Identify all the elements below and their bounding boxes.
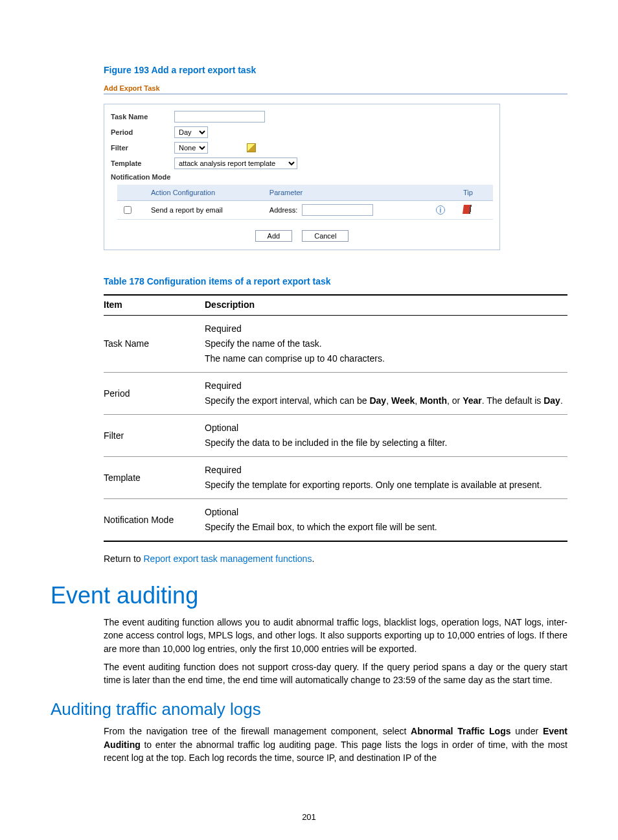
table-title: Table 178 Configuration items of a repor… bbox=[104, 276, 567, 286]
label-period: Period bbox=[111, 128, 174, 136]
form-card: Task Name Period Day Filter None bbox=[104, 104, 500, 250]
row-checkbox[interactable] bbox=[124, 206, 132, 214]
cell-desc: OptionalSpecify the Email box, to which … bbox=[205, 499, 567, 542]
address-input[interactable] bbox=[302, 204, 373, 216]
table-row: TemplateRequiredSpecify the template for… bbox=[104, 457, 567, 499]
return-suffix: . bbox=[312, 554, 314, 564]
return-line: Return to Report export task management … bbox=[104, 554, 567, 564]
template-select[interactable]: attack analysis report template bbox=[174, 158, 297, 169]
cell-item: Task Name bbox=[104, 316, 205, 373]
cell-desc: RequiredSpecify the template for exporti… bbox=[205, 457, 567, 499]
task-name-input[interactable] bbox=[174, 111, 265, 122]
figure-title: Figure 193 Add a report export task bbox=[104, 65, 567, 75]
th-tip: Tip bbox=[459, 185, 493, 201]
return-link[interactable]: Report export task management functions bbox=[143, 554, 312, 564]
table-row: Notification ModeOptionalSpecify the Ema… bbox=[104, 499, 567, 542]
label-filter: Filter bbox=[111, 144, 174, 152]
h1-event-auditing: Event auditing bbox=[51, 582, 567, 609]
info-icon[interactable]: i bbox=[436, 205, 445, 215]
th-action: Action Configuration bbox=[147, 185, 266, 201]
label-task-name: Task Name bbox=[111, 113, 174, 121]
divider bbox=[104, 93, 567, 95]
paragraph: From the navigation tree of the firewall… bbox=[104, 725, 567, 764]
th-desc: Description bbox=[205, 295, 567, 316]
filter-select[interactable]: None bbox=[174, 142, 208, 154]
table-row: FilterOptionalSpecify the data to be inc… bbox=[104, 415, 567, 457]
cell-item: Template bbox=[104, 457, 205, 499]
paragraph: The event auditing function allows you t… bbox=[104, 616, 567, 655]
param-label: Address: bbox=[269, 206, 297, 214]
paragraph: The event auditing function does not sup… bbox=[104, 660, 567, 687]
add-button[interactable]: Add bbox=[255, 230, 293, 242]
label-template: Template bbox=[111, 159, 174, 167]
table-row: PeriodRequiredSpecify the export interva… bbox=[104, 373, 567, 415]
cell-item: Filter bbox=[104, 415, 205, 457]
cell-item: Notification Mode bbox=[104, 499, 205, 542]
period-select[interactable]: Day bbox=[174, 126, 208, 138]
cell-desc: RequiredSpecify the name of the task.The… bbox=[205, 316, 567, 373]
page-number: 201 bbox=[0, 812, 618, 822]
edit-icon[interactable] bbox=[247, 143, 256, 152]
label-notification-mode: Notification Mode bbox=[111, 173, 170, 181]
cell-desc: OptionalSpecify the data to be included … bbox=[205, 415, 567, 457]
flag-icon[interactable] bbox=[463, 205, 473, 214]
screenshot-title: Add Export Task bbox=[104, 84, 567, 92]
table-row: Send a report by email Address: i bbox=[117, 201, 493, 220]
cell-item: Period bbox=[104, 373, 205, 415]
config-table: Item Description Task NameRequiredSpecif… bbox=[104, 294, 567, 542]
screenshot: Add Export Task Task Name Period Day Fil… bbox=[104, 84, 567, 250]
table-row: Task NameRequiredSpecify the name of the… bbox=[104, 316, 567, 373]
h2-auditing-traffic: Auditing traffic anomaly logs bbox=[51, 699, 567, 719]
row-action: Send a report by email bbox=[147, 201, 266, 220]
cancel-button[interactable]: Cancel bbox=[302, 230, 349, 242]
return-prefix: Return to bbox=[104, 554, 143, 564]
cell-desc: RequiredSpecify the export interval, whi… bbox=[205, 373, 567, 415]
th-item: Item bbox=[104, 295, 205, 316]
th-param: Parameter bbox=[266, 185, 432, 201]
notification-table: Action Configuration Parameter Tip Send … bbox=[117, 185, 493, 220]
